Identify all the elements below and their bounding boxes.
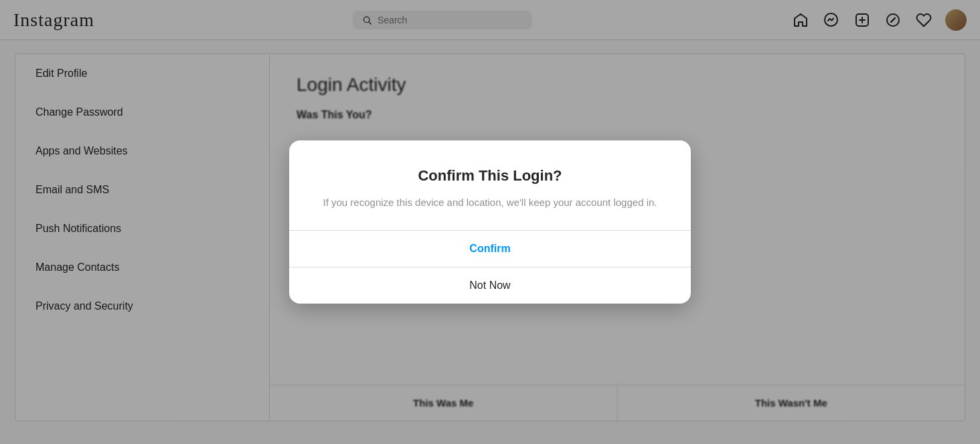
- modal: Confirm This Login? If you recognize thi…: [289, 140, 691, 304]
- confirm-button[interactable]: Confirm: [289, 231, 691, 267]
- modal-title: Confirm This Login?: [323, 167, 657, 185]
- modal-body: Confirm This Login? If you recognize thi…: [289, 140, 691, 231]
- modal-overlay: Confirm This Login? If you recognize thi…: [0, 0, 980, 435]
- modal-description: If you recognize this device and locatio…: [323, 195, 657, 211]
- not-now-button[interactable]: Not Now: [289, 267, 691, 304]
